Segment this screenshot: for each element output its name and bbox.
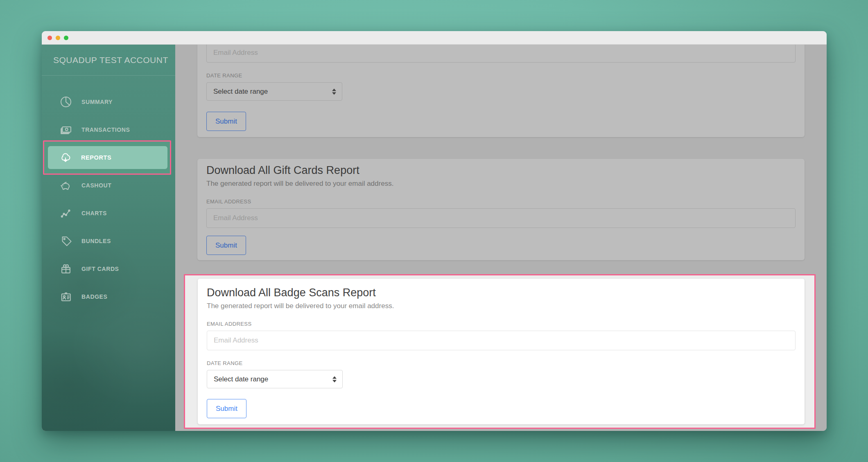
email-address-label: EMAIL ADDRESS <box>206 198 796 205</box>
pie-chart-icon <box>59 95 73 109</box>
cash-icon <box>59 122 73 137</box>
select-arrows-icon <box>332 88 336 95</box>
sidebar-item-charts[interactable]: CHARTS <box>42 199 175 227</box>
sidebar-item-reports[interactable]: REPORTS <box>48 146 167 169</box>
sidebar-item-badges[interactable]: BADGES <box>42 283 175 311</box>
cloud-download-icon <box>58 150 73 165</box>
zoom-window-icon[interactable] <box>64 36 68 40</box>
submit-button[interactable]: Submit <box>206 236 246 255</box>
close-window-icon[interactable] <box>47 36 52 40</box>
sidebar-item-gift-cards[interactable]: GIFT CARDS <box>42 255 175 283</box>
highlight-annotation-reports: REPORTS <box>43 140 171 175</box>
sidebar: SQUADUP TEST ACCOUNT SUMMARY <box>42 45 175 431</box>
card-subtitle: The generated report will be delivered t… <box>206 179 796 188</box>
account-name: SQUADUP TEST ACCOUNT <box>42 45 175 76</box>
date-range-value: Select date range <box>214 375 268 383</box>
badge-scans-report-card: Download All Badge Scans Report The gene… <box>198 279 805 424</box>
gift-cards-report-card: Download All Gift Cards Report The gener… <box>197 159 805 260</box>
minimize-window-icon[interactable] <box>56 36 60 40</box>
email-input[interactable] <box>207 331 796 350</box>
tag-icon <box>59 234 73 248</box>
main-content: DATE RANGE Select date range Submit Down… <box>175 45 827 431</box>
app-window: SQUADUP TEST ACCOUNT SUMMARY <box>42 31 827 431</box>
select-arrows-icon <box>332 376 337 382</box>
card-title: Download All Badge Scans Report <box>207 286 796 300</box>
card-subtitle: The generated report will be delivered t… <box>207 302 796 310</box>
submit-button[interactable]: Submit <box>207 399 246 418</box>
email-input[interactable] <box>206 45 796 63</box>
report-card-partial: DATE RANGE Select date range Submit <box>197 45 805 137</box>
window-titlebar <box>42 31 827 45</box>
card-title: Download All Gift Cards Report <box>206 164 796 177</box>
submit-button[interactable]: Submit <box>206 112 246 131</box>
sidebar-item-transactions[interactable]: TRANSACTIONS <box>42 116 175 144</box>
gift-icon <box>59 261 73 276</box>
date-range-select[interactable]: Select date range <box>207 370 343 388</box>
date-range-label: DATE RANGE <box>207 360 796 367</box>
sidebar-item-bundles[interactable]: BUNDLES <box>42 227 175 255</box>
sidebar-item-summary[interactable]: SUMMARY <box>42 88 175 116</box>
date-range-label: DATE RANGE <box>206 72 796 79</box>
line-chart-icon <box>59 206 73 221</box>
sidebar-item-cashout[interactable]: CASHOUT <box>42 171 175 199</box>
highlight-annotation-badge-card: Download All Badge Scans Report The gene… <box>184 274 816 429</box>
piggy-bank-icon <box>59 178 73 193</box>
date-range-select[interactable]: Select date range <box>206 82 342 101</box>
email-input[interactable] <box>206 208 796 228</box>
sidebar-nav: SUMMARY TRANSACTIONS <box>42 88 175 311</box>
date-range-value: Select date range <box>213 88 268 96</box>
id-badge-icon <box>59 289 73 304</box>
email-address-label: EMAIL ADDRESS <box>207 321 796 327</box>
